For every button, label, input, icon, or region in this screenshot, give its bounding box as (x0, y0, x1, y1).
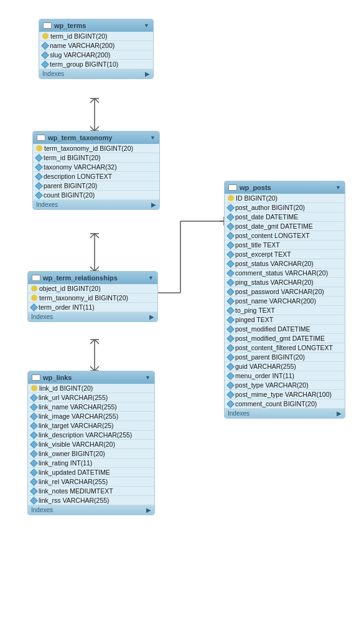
diamond-icon (30, 497, 38, 505)
footer-label: Indexes (31, 313, 53, 320)
diamond-icon (226, 363, 235, 371)
footer-arrow: ▶ (149, 313, 154, 320)
diamond-icon (226, 250, 235, 259)
table-footer-wp-terms[interactable]: Indexes ▶ (39, 69, 153, 79)
dropdown-arrow[interactable]: ▼ (150, 135, 156, 141)
col-text: post_type VARCHAR(20) (235, 381, 309, 389)
table-header-wp-links[interactable]: wp_links ▼ (28, 371, 154, 384)
col-text: link_rel VARCHAR(255) (39, 478, 108, 485)
col-text: count BIGINT(20) (44, 191, 95, 199)
diamond-icon (35, 163, 43, 171)
dropdown-arrow[interactable]: ▼ (335, 184, 341, 191)
col-text: menu_order INT(11) (235, 372, 294, 379)
col-text: to_ping TEXT (235, 307, 275, 314)
table-row: post_content LONGTEXT (225, 231, 345, 240)
col-text: post_mime_type VARCHAR(100) (235, 391, 332, 398)
table-row: pinged TEXT (225, 315, 345, 325)
footer-label: Indexes (36, 201, 58, 208)
dropdown-arrow[interactable]: ▼ (144, 22, 149, 29)
diamond-icon (30, 422, 38, 430)
diamond-icon (226, 391, 235, 399)
key-icon (31, 295, 37, 301)
table-icon (37, 135, 45, 141)
col-text: ID BIGINT(20) (236, 194, 278, 202)
table-row: term_taxonomy_id BIGINT(20) (33, 144, 159, 153)
table-row: link_updated DATETIME (28, 468, 154, 477)
table-row: link_visible VARCHAR(20) (28, 440, 154, 449)
footer-arrow: ▶ (146, 507, 151, 513)
col-text: post_name VARCHAR(200) (235, 297, 316, 305)
diamond-icon (226, 269, 235, 277)
dropdown-arrow[interactable]: ▼ (145, 374, 151, 381)
dropdown-arrow[interactable]: ▼ (148, 275, 154, 281)
col-text: link_rss VARCHAR(255) (39, 497, 110, 504)
table-row: post_parent BIGINT(20) (225, 353, 345, 362)
col-text: link_owner BIGINT(20) (39, 450, 105, 457)
table-row: post_author BIGINT(20) (225, 203, 345, 212)
table-row: name VARCHAR(200) (39, 41, 153, 50)
key-icon (42, 33, 49, 39)
table-row: link_rel VARCHAR(255) (28, 477, 154, 487)
col-text: taxonomy VARCHAR(32) (44, 163, 117, 171)
table-row: link_rating INT(11) (28, 459, 154, 468)
table-row: comment_status VARCHAR(20) (225, 269, 345, 278)
diamond-icon (226, 279, 235, 287)
table-header-wp-posts[interactable]: wp_posts ▼ (225, 181, 345, 194)
diamond-icon (226, 325, 235, 333)
diamond-icon (226, 353, 235, 361)
table-row: ID BIGINT(20) (225, 194, 345, 203)
table-icon (43, 22, 52, 29)
footer-label: Indexes (31, 507, 53, 513)
table-wp-term-relationships: wp_term_relationships ▼ object_id BIGINT… (27, 271, 158, 322)
table-name-wp-term-taxonomy: wp_term_taxonomy (48, 134, 112, 141)
diamond-icon (35, 191, 43, 199)
svg-line-14 (90, 267, 95, 271)
table-name-wp-links: wp_links (43, 374, 72, 381)
table-icon (228, 184, 237, 191)
col-text: link_id BIGINT(20) (39, 384, 93, 392)
diamond-icon (226, 344, 235, 352)
table-row: post_date DATETIME (225, 212, 345, 222)
col-text: parent BIGINT(20) (44, 182, 97, 189)
table-header-wp-term-taxonomy[interactable]: wp_term_taxonomy ▼ (33, 131, 159, 144)
diamond-icon (226, 372, 235, 380)
col-text: guid VARCHAR(255) (235, 363, 296, 370)
diamond-icon (226, 297, 235, 305)
table-row: post_type VARCHAR(20) (225, 381, 345, 390)
col-text: post_excerpt TEXT (235, 250, 291, 258)
table-footer-wp-posts[interactable]: Indexes ▶ (225, 409, 345, 418)
col-text: link_updated DATETIME (39, 469, 110, 476)
col-text: object_id BIGINT(20) (39, 285, 101, 292)
diamond-icon (226, 335, 235, 343)
diamond-icon (226, 241, 235, 249)
diamond-icon (30, 459, 38, 467)
diamond-icon (226, 232, 235, 240)
diamond-icon (41, 60, 49, 69)
table-footer-wp-term-relationships[interactable]: Indexes ▶ (28, 312, 157, 321)
table-row: term_id BIGINT(20) (39, 32, 153, 41)
diamond-icon (226, 307, 235, 315)
table-header-wp-term-relationships[interactable]: wp_term_relationships ▼ (28, 272, 157, 284)
col-text: link_url VARCHAR(255) (39, 394, 108, 401)
col-text: comment_count BIGINT(20) (235, 400, 317, 407)
col-text: term_id BIGINT(20) (50, 32, 108, 40)
col-text: name VARCHAR(200) (50, 42, 114, 49)
svg-line-28 (95, 340, 99, 344)
table-wp-terms: wp_terms ▼ term_id BIGINT(20) name VARCH… (39, 19, 154, 79)
diamond-icon (30, 450, 38, 458)
svg-line-11 (90, 234, 95, 238)
table-row: post_modified_gmt DATETIME (225, 334, 345, 343)
key-icon (31, 385, 37, 391)
table-footer-wp-links[interactable]: Indexes ▶ (28, 505, 154, 515)
table-name-wp-posts: wp_posts (240, 184, 271, 191)
col-text: link_notes MEDIUMTEXT (39, 487, 113, 495)
table-row: link_url VARCHAR(255) (28, 393, 154, 402)
col-text: link_image VARCHAR(255) (39, 412, 118, 420)
col-text: slug VARCHAR(200) (50, 51, 110, 59)
table-row: link_id BIGINT(20) (28, 384, 154, 393)
diagram-container: wp_terms ▼ term_id BIGINT(20) name VARCH… (0, 0, 364, 638)
table-header-wp-terms[interactable]: wp_terms ▼ (39, 19, 153, 32)
col-text: term_id BIGINT(20) (44, 154, 101, 161)
table-footer-wp-term-taxonomy[interactable]: Indexes ▶ (33, 200, 159, 209)
key-icon (228, 195, 234, 201)
